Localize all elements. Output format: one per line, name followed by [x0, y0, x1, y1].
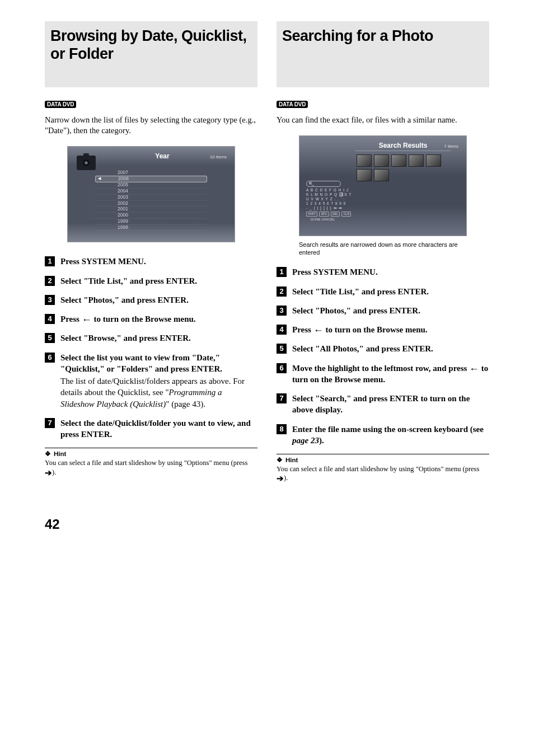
step-number: 8 [277, 424, 287, 434]
thumbnail-grid [357, 154, 455, 181]
lightbulb-icon: ❖ [277, 457, 283, 463]
year-row: 2006 [95, 176, 207, 182]
hint-heading: ❖ Hint [45, 450, 257, 457]
keyboard-row: A B C D E F G H I J [306, 188, 368, 192]
search-field: R_ [306, 181, 341, 187]
step: 5Select "All Photos," and press ENTER. [277, 343, 489, 354]
title-left: Browsing by Date, Quicklist, or Folder [50, 27, 252, 63]
search-results-screenshot: Search Results 7 items R_ A B C D E F G … [299, 135, 467, 236]
year-row: 2003 [95, 195, 207, 201]
step-number: 5 [45, 333, 55, 343]
onscreen-keyboard: R_ A B C D E F G H I JK L M N O P Q R S … [306, 181, 368, 222]
step-number: 4 [45, 314, 55, 324]
step: 1Press SYSTEM MENU. [277, 266, 489, 278]
screen-title: Search Results [355, 142, 451, 151]
screen-title: Year [155, 152, 169, 160]
step-body: Select the list you want to view from "D… [60, 352, 257, 410]
year-row: 2000 [95, 213, 207, 219]
step-body: Select "Title List," and press ENTER. [60, 275, 197, 287]
step-number: 3 [45, 295, 55, 305]
step-body: Press SYSTEM MENU. [292, 266, 378, 278]
step-number: 2 [45, 276, 55, 286]
step-number: 7 [277, 393, 287, 403]
step-body: Select the date/Quicklist/folder you wan… [60, 417, 257, 440]
step-body: Move the highlight to the leftmost row, … [292, 363, 489, 386]
keyboard-button: DEL [331, 212, 340, 217]
step-number: 2 [277, 287, 287, 297]
page-number: 42 [45, 516, 503, 532]
step-body: Press ← to turn on the Browse menu. [60, 313, 196, 325]
divider [45, 448, 257, 448]
keyboard-row: K L M N O P Q R S T [306, 192, 368, 197]
arrow-right-icon: ➔ [45, 468, 52, 477]
step-number: 5 [277, 344, 287, 354]
step: 3Select "Photos," and press ENTER. [277, 305, 489, 316]
step-number: 3 [277, 306, 287, 316]
arrow-right-icon: ➔ [277, 474, 284, 483]
screenshot-caption: Search results are narrowed down as more… [299, 241, 467, 257]
keyboard-row: U V W X Y Z . , ' : [306, 197, 368, 201]
divider [277, 454, 489, 454]
lightbulb-icon: ❖ [45, 450, 51, 457]
data-dvd-badge: DATA DVD [277, 101, 308, 108]
title-right: Searching for a Photo [282, 27, 484, 45]
step-number: 7 [45, 418, 55, 428]
step: 4Press ← to turn on the Browse menu. [277, 324, 489, 335]
step: 6Move the highlight to the leftmost row,… [277, 363, 489, 386]
step-number: 1 [277, 267, 287, 277]
intro-left: Narrow down the list of files by selecti… [45, 115, 257, 136]
year-list-screenshot: Year 10 items 20072006200520042003200220… [67, 146, 235, 243]
step: 8Enter the file name using the on-screen… [277, 424, 489, 447]
step-body: Select "Photos," and press ENTER. [292, 305, 420, 316]
step: 7Select "Search," and press ENTER to tur… [277, 393, 489, 416]
step-body: Select "Photos," and press ENTER. [60, 294, 189, 306]
item-count: 7 items [444, 144, 458, 149]
hint-text-right: You can select a file and start slidesho… [277, 464, 489, 483]
section-title-left: Browsing by Date, Quicklist, or Folder [45, 21, 257, 87]
step-number: 4 [277, 325, 287, 335]
data-dvd-badge: DATA DVD [45, 101, 76, 108]
keyboard-button: CLR [341, 212, 351, 217]
year-row: 2001 [95, 206, 207, 213]
step-body: Enter the file name using the on-screen … [292, 424, 489, 447]
step-number: 6 [45, 353, 55, 363]
step-body: Press ← to turn on the Browse menu. [292, 324, 428, 335]
step-body: Select "Browse," and press ENTER. [60, 332, 191, 344]
year-row: 2007 [95, 170, 207, 176]
keyboard-row: - _ ( ) [ ] { } ⬅ ➡ [306, 206, 368, 210]
section-title-right: Searching for a Photo [277, 21, 489, 87]
step: 6Select the list you want to view from "… [45, 352, 257, 410]
intro-right: You can find the exact file, or files wi… [277, 115, 489, 125]
keyboard-button: SPC [319, 212, 329, 217]
keyboard-button: SHFT [306, 212, 317, 217]
step: 2Select "Title List," and press ENTER. [277, 286, 489, 297]
step: 7Select the date/Quicklist/folder you wa… [45, 417, 257, 440]
year-row: 1998 [95, 225, 207, 231]
item-count: 10 items [210, 154, 227, 159]
year-row: 2002 [95, 201, 207, 207]
step: 4Press ← to turn on the Browse menu. [45, 313, 257, 325]
step-body: Select "Search," and press ENTER to turn… [292, 393, 489, 416]
year-row: 2004 [95, 189, 207, 195]
camera-icon [77, 156, 96, 170]
step: 2Select "Title List," and press ENTER. [45, 275, 257, 287]
step-body: Select "Title List," and press ENTER. [292, 286, 429, 297]
step-number: 1 [45, 256, 55, 266]
hint-heading: ❖ Hint [277, 457, 489, 463]
step-number: 6 [277, 363, 287, 373]
hint-text-left: You can select a file and start slidesho… [45, 458, 257, 477]
year-row: 2005 [95, 182, 207, 189]
year-row: 1999 [95, 219, 207, 225]
step-body: Select "All Photos," and press ENTER. [292, 343, 433, 354]
step: 1Press SYSTEM MENU. [45, 256, 257, 267]
step-body: Press SYSTEM MENU. [60, 256, 146, 267]
keyboard-row: 1 2 3 4 5 6 7 8 9 0 [306, 201, 368, 206]
step: 3Select "Photos," and press ENTER. [45, 294, 257, 306]
step: 5Select "Browse," and press ENTER. [45, 332, 257, 344]
